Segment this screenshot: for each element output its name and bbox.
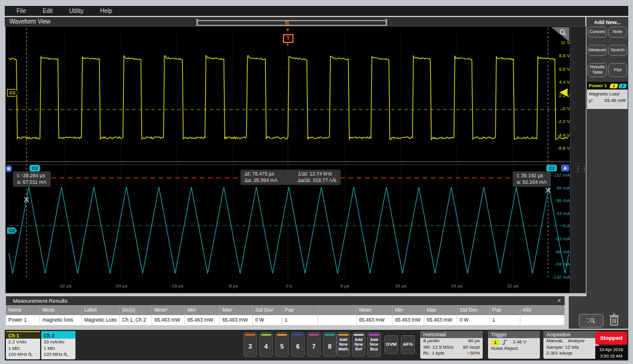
channel-5-button[interactable]: 5 — [275, 332, 289, 357]
acquisition-panel[interactable]: Acquisition Manual,Analyze Sample: 12 bi… — [543, 331, 599, 359]
oscilloscope-screen: File Edit Utility Help Waveform View T ▼… — [0, 0, 633, 364]
time-label: 3:50:15 AM — [595, 353, 627, 359]
delta-time: Δt: 78.475 µs — [245, 171, 296, 177]
ch1-scale-label: 4.4 V — [559, 80, 570, 85]
results-header-cell: Max' — [220, 305, 253, 315]
ch1-scale-label: 2.2 V — [559, 92, 570, 98]
trigger-t-label: T — [283, 34, 294, 43]
trigger-source-badge: 1 — [491, 340, 500, 345]
ch1-scale-label: -2.2 V — [558, 119, 570, 124]
ch2-pane-badge-right[interactable]: C2 — [546, 165, 557, 171]
a-badge[interactable]: A — [561, 165, 569, 171]
time-axis-label: 32 µs — [507, 283, 519, 289]
ch1-scale-label: 6.6 V — [559, 66, 570, 71]
plot-button[interactable]: Plot — [608, 63, 627, 77]
add-new-bus-button[interactable]: AddNewBus — [367, 332, 381, 357]
search-button[interactable]: Search — [608, 45, 627, 56]
measurement-annotation-button[interactable] — [579, 314, 604, 327]
note-button[interactable]: Note — [608, 27, 627, 38]
bus-badge[interactable]: B — [6, 166, 12, 172]
pan-bar-right-bracket[interactable] — [385, 19, 387, 27]
ch2-scale: 33 mA/div — [44, 339, 75, 346]
ch2-scale-label: 33 mA — [556, 210, 570, 216]
annotation-magnifier-icon — [586, 317, 596, 325]
power1-result-param: µ': — [589, 98, 594, 103]
results-cell: 0 W — [457, 315, 490, 325]
pan-bar-left-bracket[interactable] — [196, 19, 198, 27]
results-header-cell: Min' — [185, 305, 220, 315]
results-cell: 1 — [282, 315, 318, 325]
time-axis-label: 0 s — [286, 283, 292, 289]
acquisition-analyze: Analyze — [568, 338, 584, 345]
channel-4-button[interactable]: 4 — [259, 332, 273, 357]
ch2-scale-label: -99 mA — [555, 262, 570, 267]
horizontal-panel[interactable]: Horizontal 8 µs/div80 µs SR: 12.5 MS/s80… — [420, 331, 483, 359]
acquisition-sample: Sample: 12 bits — [546, 345, 579, 351]
horizontal-position: 50% — [470, 350, 480, 356]
results-cell: 65.463 mW — [152, 315, 185, 325]
menu-utility[interactable]: Utility — [69, 8, 83, 14]
add-new-math-button[interactable]: AddNewMath — [337, 332, 350, 357]
waveform-view-header: Waveform View T ▼ — [5, 17, 585, 27]
results-header-cell: Std Dev — [457, 305, 490, 315]
power1-badge[interactable]: Power 1 1 2 — [587, 82, 628, 90]
menu-bar: File Edit Utility Help — [5, 6, 628, 16]
channel-8-button[interactable]: 8 — [323, 332, 337, 357]
menu-edit[interactable]: Edit — [42, 8, 52, 14]
pane-scrollbar-strip[interactable]: ⋮⋮ — [570, 27, 586, 293]
trigger-panel[interactable]: Trigger 1 2.46 V Noise Reject — [488, 331, 540, 359]
dvm-button[interactable]: DVM — [384, 335, 398, 354]
time-axis-label: -24 µs — [114, 283, 127, 289]
cursor-b-time: t: 39.192 µs — [517, 173, 547, 179]
ch1-scale-label: -6.6 V — [558, 145, 570, 151]
cursors-button[interactable]: Cursors — [588, 27, 607, 38]
channel-color-stripe — [261, 334, 271, 336]
record-length: RL: 1 kpts — [423, 350, 444, 357]
ch2-badge[interactable]: Ch 2 33 mA/div 1 MΩ 120 MHz — [41, 331, 75, 359]
ch2-pane-badge[interactable]: C2 — [29, 165, 40, 171]
ch1-badge[interactable]: Ch 1 2.2 V/div 1 MΩ 100 MHz — [6, 331, 40, 359]
ch1-bandwidth: 100 MHz — [8, 352, 27, 357]
results-cell: Power 1 — [6, 315, 40, 325]
cursor-b-amplitude: a: 92.104 mA — [517, 179, 547, 186]
channel-3-button[interactable]: 3 — [243, 332, 257, 357]
cursor-a-readout: t: -39.284 µs a: 67.011 mA — [13, 171, 51, 187]
ch1-scale-label: 8.8 V — [559, 53, 570, 58]
sidebar: Add New... Cursors Note Measure Search R… — [586, 17, 628, 329]
delete-button[interactable] — [608, 313, 620, 327]
trigger-position-marker[interactable]: ▼ T ▼ — [283, 28, 292, 47]
results-table-button[interactable]: Results Table — [588, 63, 607, 77]
close-icon[interactable]: × — [558, 296, 561, 305]
cursor-a-amplitude: a: 67.011 mA — [17, 179, 47, 186]
results-header-row: NameMeasLabelSrc(s)Mean'Min'Max'Std Dev'… — [6, 305, 565, 315]
channel-6-button[interactable]: 6 — [291, 332, 305, 357]
bottom-settings-bar: Ch 1 2.2 V/div 1 MΩ 100 MHz Ch 2 33 mA/d… — [5, 330, 628, 360]
rising-edge-icon — [502, 339, 508, 345]
power1-result-panel[interactable]: Magnetic Loss' µ': 65.46 mW — [587, 90, 628, 109]
trigger-arrow-icon: ▼ — [283, 28, 292, 32]
channel-color-stripe — [277, 334, 287, 336]
measure-button[interactable]: Measure — [588, 45, 607, 56]
results-header-cell: Name — [6, 305, 40, 315]
horizontal-window: 80 µs — [468, 338, 480, 345]
ch1-trace — [9, 56, 568, 140]
run-stop-button[interactable]: Stopped — [595, 332, 627, 345]
menu-help[interactable]: Help — [100, 8, 113, 14]
results-cell: Magnetic Loss — [82, 315, 120, 325]
bandwidth-icon — [28, 352, 33, 356]
results-header-cell: Pop — [490, 305, 520, 315]
menu-file[interactable]: File — [17, 8, 26, 14]
results-cell: 65.463 mW — [220, 315, 253, 325]
add-new-ref-button[interactable]: AddNewRef — [352, 332, 365, 357]
results-cell: 65.463 mW — [185, 315, 220, 325]
time-axis-label: 16 µs — [395, 283, 407, 289]
channel-7-button[interactable]: 7 — [307, 332, 321, 357]
afg-button[interactable]: AFG — [401, 335, 415, 354]
pan-zoom-bar[interactable]: T ▼ — [197, 20, 386, 26]
datetime-display: 10 Apr 2018 3:50:15 AM — [595, 346, 627, 359]
results-cell: 0 W — [253, 315, 282, 325]
delta-slope: Δa/Δt: 319.77 A/s — [298, 177, 337, 183]
time-axis-label: -32 µs — [58, 283, 71, 289]
results-data-row[interactable]: Power 1magnetic lossMagnetic LossCh 1, C… — [6, 315, 565, 325]
pane-splitter-grip[interactable]: ⋮⋮ — [574, 167, 587, 171]
